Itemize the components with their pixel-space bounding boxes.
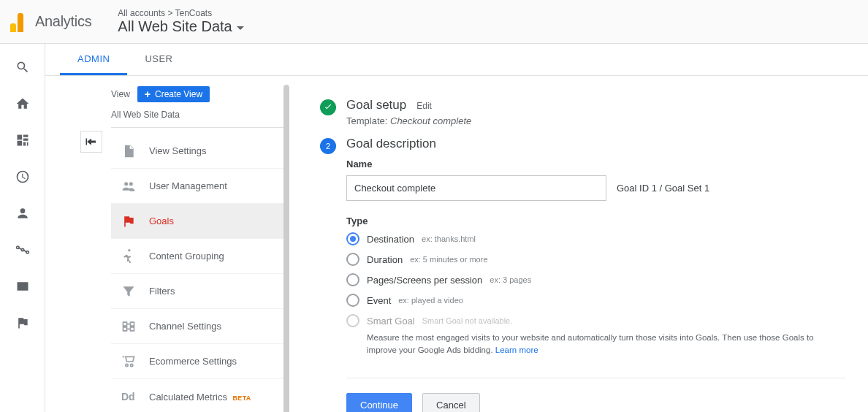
sidebar-item-user-management[interactable]: User Management [111, 169, 283, 204]
flag-icon [121, 214, 136, 229]
scroll-track[interactable] [283, 76, 291, 412]
create-view-button[interactable]: + Create View [137, 86, 210, 102]
radio-duration[interactable]: Duration ex: 5 minutes or more [346, 253, 846, 266]
current-view-name[interactable]: All Web Site Data [111, 110, 283, 128]
analytics-logo-icon [10, 12, 28, 32]
sidebar-item-view-settings[interactable]: View Settings [111, 134, 283, 169]
cart-icon [121, 354, 136, 369]
sidebar-item-calculated-metrics[interactable]: Dd Calculated Metrics BETA [111, 379, 283, 412]
step-2-badge: 2 [320, 138, 336, 154]
view-selector-label: All Web Site Data [118, 18, 232, 35]
beta-badge: BETA [233, 394, 251, 402]
view-selector[interactable]: All Web Site Data [118, 18, 243, 35]
learn-more-link[interactable]: Learn more [495, 346, 538, 354]
people-icon [121, 179, 136, 194]
radio-icon[interactable] [346, 273, 359, 286]
account-selector[interactable]: All accounts > TenCoats All Web Site Dat… [118, 8, 243, 35]
sidebar-item-goals[interactable]: Goals [111, 204, 283, 239]
sidebar-item-channel-settings[interactable]: Channel Settings [111, 309, 283, 344]
product-name: Analytics [35, 13, 91, 30]
check-icon [320, 99, 336, 115]
sidebar-item-label: View Settings [149, 145, 207, 156]
sidebar-item-label: Content Grouping [149, 251, 224, 262]
cancel-button[interactable]: Cancel [422, 393, 479, 413]
goal-id-label: Goal ID 1 / Goal Set 1 [617, 183, 709, 194]
step-2-title: Goal description [346, 137, 846, 151]
radio-smart-goal: Smart Goal Smart Goal not available. [346, 314, 846, 327]
user-icon[interactable] [15, 206, 30, 221]
tab-user[interactable]: USER [127, 44, 190, 75]
smart-goal-description: Measure the most engaged visits to your … [367, 332, 834, 357]
admin-sidebar: View + Create View All Web Site Data Vie… [45, 76, 283, 412]
admin-tabs: ADMIN USER [45, 44, 868, 76]
logo[interactable]: Analytics [10, 12, 91, 32]
step-1: Goal setup Edit Template: Checkout compl… [320, 98, 846, 126]
icon-rail [0, 44, 45, 412]
plus-icon: + [145, 89, 151, 99]
sidebar-item-label: Ecommerce Settings [149, 356, 237, 367]
continue-button[interactable]: Continue [346, 393, 412, 413]
breadcrumb: All accounts > TenCoats [118, 8, 243, 18]
sidebar-item-filters[interactable]: Filters [111, 274, 283, 309]
step-1-title: Goal setup [346, 98, 406, 112]
person-run-icon [121, 249, 136, 264]
radio-icon [346, 314, 359, 327]
attribution-icon[interactable] [15, 243, 30, 257]
search-icon[interactable] [15, 60, 30, 75]
goal-name-input[interactable] [346, 175, 606, 201]
goal-form: Goal setup Edit Template: Checkout compl… [291, 76, 861, 412]
channel-icon [121, 319, 136, 334]
step-2: 2 Goal description Name Goal ID 1 / Goal… [320, 137, 846, 412]
sidebar-item-ecommerce-settings[interactable]: Ecommerce Settings [111, 344, 283, 379]
card-icon[interactable] [15, 279, 30, 294]
name-label: Name [346, 159, 846, 169]
funnel-icon [121, 284, 136, 299]
radio-icon[interactable] [346, 253, 359, 266]
sidebar-item-label: Channel Settings [149, 321, 221, 332]
file-icon [121, 144, 136, 159]
radio-pages-per-session[interactable]: Pages/Screens per session ex: 3 pages [346, 273, 846, 286]
dd-icon: Dd [121, 391, 136, 403]
sidebar-item-label: Filters [149, 286, 175, 297]
back-button[interactable] [80, 131, 102, 153]
radio-event[interactable]: Event ex: played a video [346, 294, 846, 307]
home-icon[interactable] [15, 96, 30, 111]
clock-icon[interactable] [15, 169, 30, 184]
sidebar-item-label: User Management [149, 180, 227, 191]
create-view-label: Create View [155, 89, 202, 99]
template-line: Template: Checkout complete [346, 115, 846, 126]
type-label: Type [346, 215, 846, 226]
dashboard-icon[interactable] [15, 133, 30, 148]
sidebar-item-label: Calculated Metrics [149, 392, 227, 403]
app-header: Analytics All accounts > TenCoats All We… [0, 0, 868, 44]
radio-icon[interactable] [346, 294, 359, 307]
radio-destination[interactable]: Destination ex: thanks.html [346, 232, 846, 245]
flag-icon[interactable] [15, 316, 30, 330]
sidebar-item-content-grouping[interactable]: Content Grouping [111, 239, 283, 274]
edit-link[interactable]: Edit [416, 101, 432, 111]
radio-icon[interactable] [346, 232, 359, 245]
caret-down-icon [237, 26, 244, 30]
view-label: View [111, 89, 130, 99]
tab-admin[interactable]: ADMIN [60, 44, 127, 75]
sidebar-item-label: Goals [149, 215, 174, 226]
